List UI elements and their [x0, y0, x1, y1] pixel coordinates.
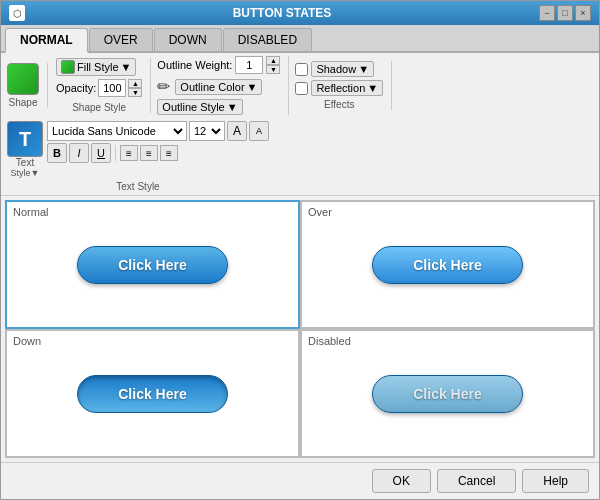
opacity-row: Opacity: ▲ ▼ — [56, 79, 142, 97]
reflection-row: Reflection ▼ — [295, 80, 383, 96]
help-button[interactable]: Help — [522, 469, 589, 493]
shadow-button[interactable]: Shadow ▼ — [311, 61, 374, 77]
fill-style-arrow: ▼ — [121, 61, 132, 73]
shadow-label: Shadow — [316, 63, 356, 75]
text-style-group: T Text Style▼ Lucida Sans Unicode 12 A A — [7, 121, 269, 192]
tab-bar: NORMAL OVER DOWN DISABLED — [1, 25, 599, 53]
shape-preview[interactable] — [7, 63, 39, 95]
down-click-button[interactable]: Click Here — [77, 375, 227, 413]
window-title: BUTTON STATES — [25, 6, 539, 20]
content-area: Normal Click Here Over Click Here Down C… — [1, 196, 599, 462]
shadow-row: Shadow ▼ — [295, 61, 383, 77]
outline-group: Outline Weight: ▲ ▼ ✏ Outline Color ▼ Ou… — [157, 56, 289, 115]
opacity-spinner: ▲ ▼ — [128, 79, 142, 97]
font-size-grow-button[interactable]: A — [227, 121, 247, 141]
underline-button[interactable]: U — [91, 143, 111, 163]
shadow-arrow: ▼ — [358, 63, 369, 75]
outline-color-label: Outline Color — [180, 81, 244, 93]
title-bar: ⬡ BUTTON STATES − □ × — [1, 1, 599, 25]
font-size-shrink-button[interactable]: A — [249, 121, 269, 141]
outline-style-button[interactable]: Outline Style ▼ — [157, 99, 242, 115]
outline-weight-input[interactable] — [235, 56, 263, 74]
app-icon: ⬡ — [9, 5, 25, 21]
align-right-button[interactable]: ≡ — [160, 145, 178, 161]
down-state-label: Down — [13, 335, 41, 347]
ok-button[interactable]: OK — [372, 469, 431, 493]
reflection-checkbox[interactable] — [295, 82, 308, 95]
down-state-panel[interactable]: Down Click Here — [5, 329, 300, 458]
outline-weight-down[interactable]: ▼ — [266, 65, 280, 74]
align-left-button[interactable]: ≡ — [120, 145, 138, 161]
text-icon-group: T Text Style▼ — [7, 121, 43, 178]
fill-style-label: Fill Style — [77, 61, 119, 73]
outline-color-row: ✏ Outline Color ▼ — [157, 77, 280, 96]
window-controls: − □ × — [539, 5, 591, 21]
tab-down[interactable]: DOWN — [154, 28, 222, 51]
outline-color-icon: ✏ — [157, 77, 170, 96]
outline-weight-up[interactable]: ▲ — [266, 56, 280, 65]
close-button[interactable]: × — [575, 5, 591, 21]
outline-weight-row: Outline Weight: ▲ ▼ — [157, 56, 280, 74]
font-controls: Lucida Sans Unicode 12 A A B I U ≡ — [47, 121, 269, 163]
format-row: B I U ≡ ≡ ≡ — [47, 143, 269, 163]
fill-style-button[interactable]: Fill Style ▼ — [56, 58, 136, 76]
normal-state-label: Normal — [13, 206, 48, 218]
disabled-click-button: Click Here — [372, 375, 522, 413]
font-row: Lucida Sans Unicode 12 A A — [47, 121, 269, 141]
outline-style-arrow: ▼ — [227, 101, 238, 113]
fill-style-row: Fill Style ▼ — [56, 58, 142, 76]
font-size-select[interactable]: 12 — [189, 121, 225, 141]
italic-button[interactable]: I — [69, 143, 89, 163]
cancel-button[interactable]: Cancel — [437, 469, 516, 493]
font-select[interactable]: Lucida Sans Unicode — [47, 121, 187, 141]
tab-over[interactable]: OVER — [89, 28, 153, 51]
outline-style-label: Outline Style — [162, 101, 224, 113]
reflection-label: Reflection — [316, 82, 365, 94]
tab-disabled[interactable]: DISABLED — [223, 28, 312, 51]
minimize-button[interactable]: − — [539, 5, 555, 21]
shape-group: Shape — [7, 63, 48, 108]
text-sublabel: Style▼ — [11, 168, 40, 178]
reflection-arrow: ▼ — [367, 82, 378, 94]
format-divider — [115, 145, 116, 161]
disabled-state-label: Disabled — [308, 335, 351, 347]
shape-style-group: Fill Style ▼ Opacity: ▲ ▼ Shape Style — [56, 58, 151, 113]
text-style-label: Text Style — [7, 181, 269, 192]
opacity-label: Opacity: — [56, 82, 96, 94]
tab-normal[interactable]: NORMAL — [5, 28, 88, 53]
main-window: ⬡ BUTTON STATES − □ × NORMAL OVER DOWN D… — [0, 0, 600, 500]
shape-label: Shape — [9, 97, 38, 108]
footer: OK Cancel Help — [1, 462, 599, 499]
bold-button[interactable]: B — [47, 143, 67, 163]
outline-color-button[interactable]: Outline Color ▼ — [175, 79, 262, 95]
effects-group: Shadow ▼ Reflection ▼ Effects — [295, 61, 392, 110]
opacity-down[interactable]: ▼ — [128, 88, 142, 97]
text-style-icon: T — [7, 121, 43, 157]
text-label: Text — [16, 157, 34, 168]
disabled-state-panel[interactable]: Disabled Click Here — [300, 329, 595, 458]
shape-style-label: Shape Style — [56, 102, 142, 113]
toolbar: Shape Fill Style ▼ Opacity: ▲ ▼ Shape St… — [1, 53, 599, 196]
over-state-panel[interactable]: Over Click Here — [300, 200, 595, 329]
fill-color-swatch — [61, 60, 75, 74]
effects-label: Effects — [295, 99, 383, 110]
normal-state-panel[interactable]: Normal Click Here — [5, 200, 300, 329]
outline-style-row: Outline Style ▼ — [157, 99, 280, 115]
reflection-button[interactable]: Reflection ▼ — [311, 80, 383, 96]
align-center-button[interactable]: ≡ — [140, 145, 158, 161]
outline-weight-spinner: ▲ ▼ — [266, 56, 280, 74]
maximize-button[interactable]: □ — [557, 5, 573, 21]
outline-color-arrow: ▼ — [247, 81, 258, 93]
shadow-checkbox[interactable] — [295, 63, 308, 76]
over-state-label: Over — [308, 206, 332, 218]
text-style-top: T Text Style▼ Lucida Sans Unicode 12 A A — [7, 121, 269, 178]
opacity-up[interactable]: ▲ — [128, 79, 142, 88]
normal-click-button[interactable]: Click Here — [77, 246, 227, 284]
opacity-input[interactable] — [98, 79, 126, 97]
over-click-button[interactable]: Click Here — [372, 246, 522, 284]
outline-weight-label: Outline Weight: — [157, 59, 232, 71]
